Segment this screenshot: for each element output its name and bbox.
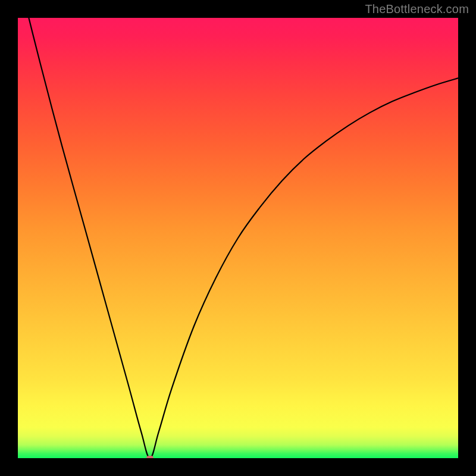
chart-frame: TheBottleneck.com (0, 0, 476, 476)
watermark-text: TheBottleneck.com (365, 2, 469, 16)
plot-area (18, 18, 458, 458)
background-gradient (18, 18, 458, 458)
minimum-dot (146, 456, 154, 458)
